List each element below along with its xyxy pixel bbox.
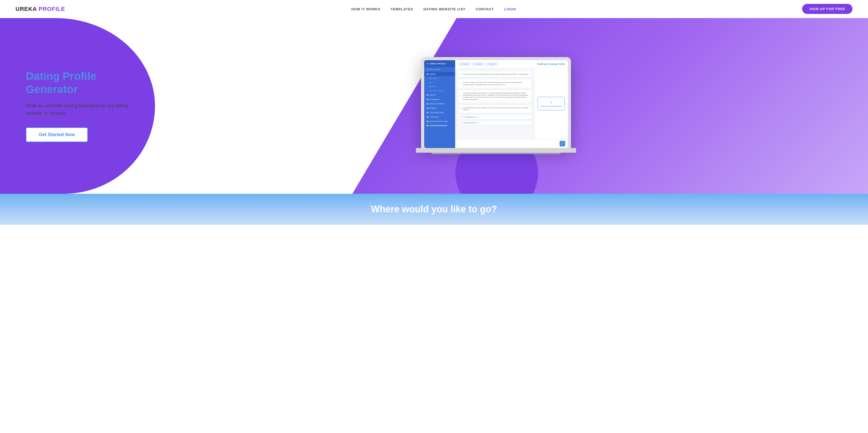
bottom-section: Where would you like to go? — [0, 194, 868, 225]
drag-icon-1: ✦ — [459, 72, 461, 76]
laptop-screen-inner: ≡ UREKA PROFILE ADD ELEMENT Quotes Inspi… — [424, 60, 568, 148]
tab-2-label: Profile 2 — [476, 63, 482, 65]
sidebar-item-favorites[interactable]: FAVORITE SENTENCES — [424, 123, 455, 128]
interests-icon — [427, 103, 428, 105]
send-button[interactable]: ↑ — [560, 141, 565, 147]
hero-subtitle: Write an authentic dating biography for … — [26, 102, 134, 117]
text-block-1: ✦ If women ran the world, we wouldn't ha… — [458, 71, 532, 78]
sidebar-item-background-label: Background — [430, 98, 439, 100]
hero-content: Dating Profile Generator Write an authen… — [0, 18, 868, 194]
check-icon-3: ✓ — [488, 63, 489, 65]
text-block-1-content: If women ran the world, we wouldn't have… — [460, 73, 529, 75]
sidebar-item-background[interactable]: Background — [424, 97, 455, 101]
tab-3-label: Profile 3 — [490, 63, 496, 65]
opener-icon — [427, 94, 428, 96]
logo-ureka: UREKA — [16, 6, 37, 12]
sidebar-item-opener[interactable]: Opener — [424, 93, 455, 97]
get-started-button[interactable]: Get Started Now — [26, 127, 88, 142]
nav-item-templates[interactable]: TEMPLATES — [391, 7, 413, 11]
nav-link-how-it-works[interactable]: HOW IT WORKS — [351, 7, 380, 11]
laptop-base-shadow — [431, 153, 561, 155]
sidebar-item-interests[interactable]: Interest & Hobbies — [424, 101, 455, 106]
app-tab-1[interactable]: ✓ Profile 1 — [458, 62, 470, 66]
nav-item-dating-website-list[interactable]: DATING WEBSITE LIST — [424, 7, 465, 11]
sidebar-item-intellectual-label: Intellectual — [429, 86, 436, 87]
app-tab-3[interactable]: ✓ Profile 3 — [486, 62, 498, 66]
logo-profile: PROFILE — [39, 6, 65, 12]
close-icon-social-2[interactable]: ✕ — [479, 122, 480, 124]
sidebar-item-funny-movie-label: Funny Movie Quotes — [429, 90, 443, 91]
looking-icon — [427, 116, 428, 118]
sidebar-item-quotes-label: Quotes — [430, 73, 436, 75]
background-icon — [427, 99, 428, 100]
hero-laptop: ≡ UREKA PROFILE ADD ELEMENT Quotes Inspi… — [150, 57, 842, 155]
laptop-base — [416, 148, 576, 153]
text-block-4: ✦ I've gone through my share of dating, … — [458, 104, 532, 114]
signup-button[interactable]: SIGN UP FOR FREE — [802, 4, 852, 14]
drag-icon-3: ✦ — [459, 95, 461, 98]
sidebar-item-personality[interactable]: Personality Traits — [424, 110, 455, 115]
generate-profile-button[interactable]: + Generate Your Dating Profile — [537, 97, 565, 110]
sidebar-item-funny[interactable]: Funny — [424, 80, 455, 85]
sidebar-item-interests-label: Interest & Hobbies — [430, 103, 444, 105]
sidebar-item-social-media[interactable]: Social Media Accounts — [424, 119, 455, 123]
nav-links: HOW IT WORKS TEMPLATES DATING WEBSITE LI… — [351, 7, 516, 11]
sidebar-item-favorites-label: FAVORITE SENTENCES — [430, 125, 447, 126]
social-row-2: ✦ FB: @SimplyEmilie_21 ✕ — [458, 120, 532, 125]
sidebar-item-quotes[interactable]: Quotes — [424, 72, 455, 76]
text-block-3-content: I love hiking and being in the outdoors.… — [460, 92, 529, 100]
hero-section: Dating Profile Generator Write an authen… — [0, 18, 868, 194]
close-icon-social-1[interactable]: ✕ — [479, 116, 480, 118]
app-sidebar: ≡ UREKA PROFILE ADD ELEMENT Quotes Inspi… — [424, 60, 455, 148]
sidebar-item-inspirational-label: Inspirational — [429, 78, 437, 79]
app-tab-2[interactable]: ✓ Profile 2 — [472, 62, 484, 66]
personality-icon — [427, 112, 428, 114]
text-block-3: ✦ I love hiking and being in the outdoor… — [458, 90, 532, 103]
nav-link-dating-website-list[interactable]: DATING WEBSITE LIST — [424, 7, 465, 11]
navbar: UREKA PROFILE HOW IT WORKS TEMPLATES DAT… — [0, 0, 868, 18]
app-bottom-bar: ↑ — [455, 139, 568, 148]
tab-1-label: Profile 1 — [463, 63, 468, 65]
sidebar-item-religion-label: Religion — [430, 107, 436, 109]
nav-link-login[interactable]: LOGIN — [504, 7, 516, 11]
nav-item-how-it-works[interactable]: HOW IT WORKS — [351, 7, 380, 11]
star-icon — [427, 125, 428, 126]
sidebar-item-inspirational[interactable]: Inspirational — [424, 76, 455, 80]
generate-label: Generate Your Dating Profile — [541, 105, 562, 107]
text-block-2-content: If I can put a smile on your face, I kno… — [460, 82, 529, 86]
social-media-icon — [427, 121, 428, 122]
app-tabs: ✓ Profile 1 ✓ Profile 2 ✓ — [458, 62, 498, 66]
quotes-icon — [427, 73, 428, 75]
bottom-section-title: Where would you like to go? — [371, 204, 497, 215]
app-sidebar-logo: UREKA PROFILE — [430, 63, 446, 65]
plus-icon: + — [550, 100, 552, 104]
app-editor[interactable]: ✦ If women ran the world, we wouldn't ha… — [455, 68, 534, 139]
hamburger-icon: ≡ — [427, 62, 428, 65]
sidebar-item-social-label: Social Media Accounts — [430, 120, 448, 122]
app-sidebar-section-label: ADD ELEMENT — [424, 67, 455, 72]
nav-item-login[interactable]: LOGIN — [504, 7, 516, 11]
nav-link-templates[interactable]: TEMPLATES — [391, 7, 413, 11]
app-generate-panel: + Generate Your Dating Profile — [534, 68, 568, 139]
hero-text: Dating Profile Generator Write an authen… — [26, 70, 134, 142]
nav-item-contact[interactable]: CONTACT — [476, 7, 494, 11]
check-icon-2: ✓ — [474, 63, 475, 65]
drag-icon-social-2: ✦ — [460, 122, 461, 123]
sidebar-item-looking-for[interactable]: Looking For — [424, 115, 455, 119]
social-row-2-label: FB: @SimplyEmilie_21 — [463, 122, 477, 123]
sidebar-item-looking-label: Looking For — [430, 116, 439, 118]
sidebar-item-intellectual[interactable]: Intellectual — [424, 85, 455, 89]
sidebar-item-opener-label: Opener — [430, 94, 436, 96]
nav-link-contact[interactable]: CONTACT — [476, 7, 494, 11]
laptop-screen-outer: ≡ UREKA PROFILE ADD ELEMENT Quotes Inspi… — [421, 57, 571, 148]
drag-icon-4: ✦ — [459, 107, 461, 110]
app-top-bar: ✓ Profile 1 ✓ Profile 2 ✓ — [455, 60, 568, 68]
hero-title: Dating Profile Generator — [26, 70, 134, 96]
sidebar-item-funny-movie[interactable]: Funny Movie Quotes — [424, 89, 455, 93]
app-main: ✓ Profile 1 ✓ Profile 2 ✓ — [455, 60, 568, 148]
social-row-1: ✦ IG: @SimplyEmilie_21 ✕ — [458, 115, 532, 119]
app-body: ✦ If women ran the world, we wouldn't ha… — [455, 68, 568, 139]
app-sidebar-header: ≡ UREKA PROFILE — [424, 60, 455, 67]
sidebar-item-religion[interactable]: Religion — [424, 106, 455, 110]
laptop-wrapper: ≡ UREKA PROFILE ADD ELEMENT Quotes Inspi… — [421, 57, 571, 155]
